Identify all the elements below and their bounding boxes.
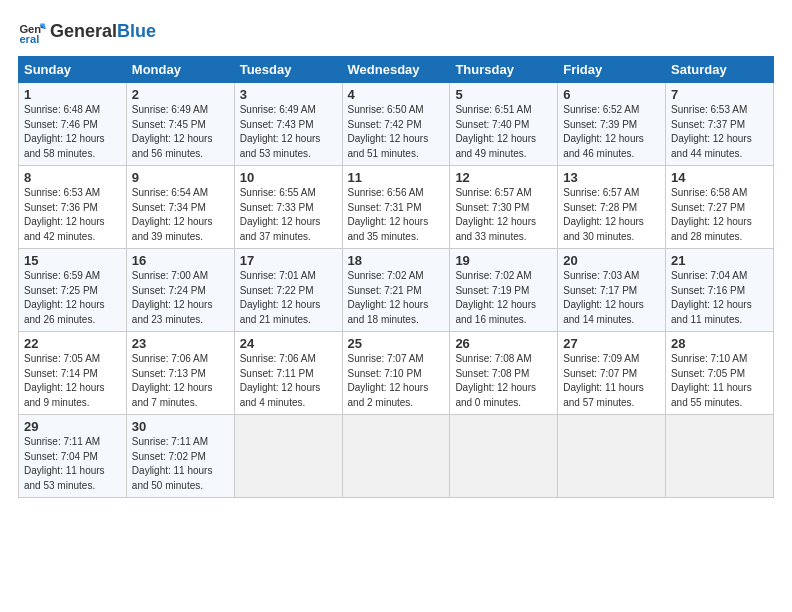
calendar-cell: 12 Sunrise: 6:57 AMSunset: 7:30 PMDaylig… (450, 166, 558, 249)
calendar-cell: 1 Sunrise: 6:48 AMSunset: 7:46 PMDayligh… (19, 83, 127, 166)
calendar-cell: 21 Sunrise: 7:04 AMSunset: 7:16 PMDaylig… (666, 249, 774, 332)
calendar-cell: 2 Sunrise: 6:49 AMSunset: 7:45 PMDayligh… (126, 83, 234, 166)
day-number: 15 (24, 253, 121, 268)
calendar-cell: 8 Sunrise: 6:53 AMSunset: 7:36 PMDayligh… (19, 166, 127, 249)
calendar-cell: 28 Sunrise: 7:10 AMSunset: 7:05 PMDaylig… (666, 332, 774, 415)
day-number: 9 (132, 170, 229, 185)
calendar-week-row: 22 Sunrise: 7:05 AMSunset: 7:14 PMDaylig… (19, 332, 774, 415)
day-number: 19 (455, 253, 552, 268)
day-number: 4 (348, 87, 445, 102)
logo: Gen eral GeneralBlue (18, 18, 156, 46)
day-number: 10 (240, 170, 337, 185)
day-info: Sunrise: 6:52 AMSunset: 7:39 PMDaylight:… (563, 104, 644, 159)
col-header-friday: Friday (558, 57, 666, 83)
calendar-page: Gen eral GeneralBlue SundayMondayTuesday… (0, 0, 792, 508)
day-info: Sunrise: 6:55 AMSunset: 7:33 PMDaylight:… (240, 187, 321, 242)
calendar-cell: 17 Sunrise: 7:01 AMSunset: 7:22 PMDaylig… (234, 249, 342, 332)
calendar-cell: 10 Sunrise: 6:55 AMSunset: 7:33 PMDaylig… (234, 166, 342, 249)
day-number: 24 (240, 336, 337, 351)
day-number: 16 (132, 253, 229, 268)
calendar-cell: 19 Sunrise: 7:02 AMSunset: 7:19 PMDaylig… (450, 249, 558, 332)
calendar-cell: 6 Sunrise: 6:52 AMSunset: 7:39 PMDayligh… (558, 83, 666, 166)
day-number: 18 (348, 253, 445, 268)
day-info: Sunrise: 6:53 AMSunset: 7:37 PMDaylight:… (671, 104, 752, 159)
day-info: Sunrise: 6:51 AMSunset: 7:40 PMDaylight:… (455, 104, 536, 159)
day-info: Sunrise: 6:57 AMSunset: 7:28 PMDaylight:… (563, 187, 644, 242)
calendar-cell: 30 Sunrise: 7:11 AMSunset: 7:02 PMDaylig… (126, 415, 234, 498)
day-number: 26 (455, 336, 552, 351)
calendar-cell: 20 Sunrise: 7:03 AMSunset: 7:17 PMDaylig… (558, 249, 666, 332)
day-number: 7 (671, 87, 768, 102)
col-header-wednesday: Wednesday (342, 57, 450, 83)
logo-icon: Gen eral (18, 18, 46, 46)
calendar-body: 1 Sunrise: 6:48 AMSunset: 7:46 PMDayligh… (19, 83, 774, 498)
day-info: Sunrise: 7:02 AMSunset: 7:21 PMDaylight:… (348, 270, 429, 325)
calendar-week-row: 8 Sunrise: 6:53 AMSunset: 7:36 PMDayligh… (19, 166, 774, 249)
day-info: Sunrise: 7:06 AMSunset: 7:11 PMDaylight:… (240, 353, 321, 408)
calendar-cell: 24 Sunrise: 7:06 AMSunset: 7:11 PMDaylig… (234, 332, 342, 415)
calendar-cell: 15 Sunrise: 6:59 AMSunset: 7:25 PMDaylig… (19, 249, 127, 332)
calendar-cell: 4 Sunrise: 6:50 AMSunset: 7:42 PMDayligh… (342, 83, 450, 166)
day-number: 2 (132, 87, 229, 102)
day-number: 23 (132, 336, 229, 351)
calendar-table: SundayMondayTuesdayWednesdayThursdayFrid… (18, 56, 774, 498)
calendar-cell (666, 415, 774, 498)
day-info: Sunrise: 7:06 AMSunset: 7:13 PMDaylight:… (132, 353, 213, 408)
day-info: Sunrise: 6:57 AMSunset: 7:30 PMDaylight:… (455, 187, 536, 242)
logo-text: GeneralBlue (50, 22, 156, 42)
calendar-cell: 5 Sunrise: 6:51 AMSunset: 7:40 PMDayligh… (450, 83, 558, 166)
col-header-monday: Monday (126, 57, 234, 83)
calendar-cell: 27 Sunrise: 7:09 AMSunset: 7:07 PMDaylig… (558, 332, 666, 415)
day-number: 13 (563, 170, 660, 185)
calendar-cell: 14 Sunrise: 6:58 AMSunset: 7:27 PMDaylig… (666, 166, 774, 249)
day-info: Sunrise: 6:59 AMSunset: 7:25 PMDaylight:… (24, 270, 105, 325)
day-info: Sunrise: 6:53 AMSunset: 7:36 PMDaylight:… (24, 187, 105, 242)
day-info: Sunrise: 7:00 AMSunset: 7:24 PMDaylight:… (132, 270, 213, 325)
day-info: Sunrise: 7:11 AMSunset: 7:02 PMDaylight:… (132, 436, 213, 491)
col-header-saturday: Saturday (666, 57, 774, 83)
day-number: 17 (240, 253, 337, 268)
day-info: Sunrise: 7:10 AMSunset: 7:05 PMDaylight:… (671, 353, 752, 408)
calendar-week-row: 1 Sunrise: 6:48 AMSunset: 7:46 PMDayligh… (19, 83, 774, 166)
calendar-cell: 3 Sunrise: 6:49 AMSunset: 7:43 PMDayligh… (234, 83, 342, 166)
day-number: 11 (348, 170, 445, 185)
day-number: 3 (240, 87, 337, 102)
day-number: 25 (348, 336, 445, 351)
calendar-cell (234, 415, 342, 498)
calendar-cell: 11 Sunrise: 6:56 AMSunset: 7:31 PMDaylig… (342, 166, 450, 249)
col-header-thursday: Thursday (450, 57, 558, 83)
day-number: 29 (24, 419, 121, 434)
day-info: Sunrise: 7:07 AMSunset: 7:10 PMDaylight:… (348, 353, 429, 408)
day-number: 8 (24, 170, 121, 185)
day-info: Sunrise: 6:50 AMSunset: 7:42 PMDaylight:… (348, 104, 429, 159)
calendar-cell: 13 Sunrise: 6:57 AMSunset: 7:28 PMDaylig… (558, 166, 666, 249)
day-info: Sunrise: 6:49 AMSunset: 7:43 PMDaylight:… (240, 104, 321, 159)
day-number: 21 (671, 253, 768, 268)
col-header-sunday: Sunday (19, 57, 127, 83)
calendar-week-row: 29 Sunrise: 7:11 AMSunset: 7:04 PMDaylig… (19, 415, 774, 498)
day-info: Sunrise: 6:49 AMSunset: 7:45 PMDaylight:… (132, 104, 213, 159)
day-info: Sunrise: 6:58 AMSunset: 7:27 PMDaylight:… (671, 187, 752, 242)
day-info: Sunrise: 6:48 AMSunset: 7:46 PMDaylight:… (24, 104, 105, 159)
day-number: 28 (671, 336, 768, 351)
calendar-cell: 18 Sunrise: 7:02 AMSunset: 7:21 PMDaylig… (342, 249, 450, 332)
day-info: Sunrise: 7:02 AMSunset: 7:19 PMDaylight:… (455, 270, 536, 325)
calendar-week-row: 15 Sunrise: 6:59 AMSunset: 7:25 PMDaylig… (19, 249, 774, 332)
day-number: 14 (671, 170, 768, 185)
calendar-cell: 7 Sunrise: 6:53 AMSunset: 7:37 PMDayligh… (666, 83, 774, 166)
day-info: Sunrise: 7:01 AMSunset: 7:22 PMDaylight:… (240, 270, 321, 325)
day-number: 6 (563, 87, 660, 102)
calendar-cell (558, 415, 666, 498)
day-info: Sunrise: 7:04 AMSunset: 7:16 PMDaylight:… (671, 270, 752, 325)
header: Gen eral GeneralBlue (18, 18, 774, 46)
calendar-header-row: SundayMondayTuesdayWednesdayThursdayFrid… (19, 57, 774, 83)
day-info: Sunrise: 7:05 AMSunset: 7:14 PMDaylight:… (24, 353, 105, 408)
day-number: 20 (563, 253, 660, 268)
col-header-tuesday: Tuesday (234, 57, 342, 83)
day-info: Sunrise: 7:08 AMSunset: 7:08 PMDaylight:… (455, 353, 536, 408)
svg-text:eral: eral (19, 33, 39, 45)
calendar-cell: 29 Sunrise: 7:11 AMSunset: 7:04 PMDaylig… (19, 415, 127, 498)
calendar-cell: 26 Sunrise: 7:08 AMSunset: 7:08 PMDaylig… (450, 332, 558, 415)
calendar-cell (450, 415, 558, 498)
calendar-cell: 23 Sunrise: 7:06 AMSunset: 7:13 PMDaylig… (126, 332, 234, 415)
